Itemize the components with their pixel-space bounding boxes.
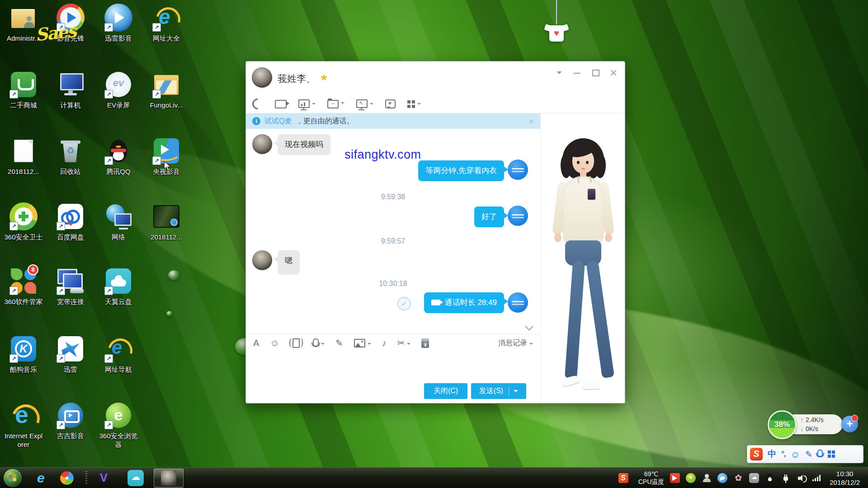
create-group-button[interactable] — [385, 99, 396, 108]
desktop-icon-360-software-manager[interactable]: 8 360软件管家 — [0, 267, 47, 306]
desktop-icon-url-navigation[interactable]: 网址导航 — [95, 335, 142, 374]
desktop-icon-broadband-connection[interactable]: 宽带连接 — [47, 267, 94, 306]
send-file-button[interactable] — [327, 99, 344, 108]
message-input[interactable] — [246, 352, 540, 383]
tray-flower-icon[interactable] — [733, 473, 743, 483]
tray-360-icon[interactable] — [686, 473, 696, 483]
desktop-icon-network[interactable]: 网络 — [95, 202, 142, 241]
ime-emoji-icon[interactable] — [791, 450, 800, 459]
chevron-down-icon[interactable] — [341, 102, 344, 106]
notice-close-icon[interactable] — [529, 117, 534, 126]
desktop-icon-video-file[interactable]: 2018112... — [143, 202, 190, 241]
tray-power-icon[interactable] — [781, 473, 791, 483]
desktop-icon-jiji-player[interactable]: 吉吉影音 — [47, 401, 94, 440]
start-button[interactable] — [4, 469, 22, 487]
chevron-down-icon[interactable] — [370, 103, 373, 107]
desktop-icon-360-browser[interactable]: 360安全浏览器 — [95, 401, 142, 449]
desktop-icon-xunlei-player[interactable]: 迅雷影音 — [95, 4, 142, 42]
desktop-icon-ev-recorder[interactable]: EV录屏 — [95, 70, 142, 109]
taskbar-pinwheel-icon[interactable] — [60, 471, 74, 485]
window-titlebar[interactable]: 莪姓李、 — [246, 61, 625, 94]
emoji-button[interactable]: ☺ — [270, 338, 279, 347]
taskbar-v-app-icon[interactable] — [100, 471, 108, 485]
ime-toolbar[interactable]: S 中 °, — [747, 445, 863, 463]
chevron-down-icon[interactable] — [514, 390, 518, 394]
memory-ball[interactable]: 38% — [768, 410, 797, 439]
desktop-icon-360-safeguard[interactable]: 360安全卫士 — [0, 202, 47, 241]
font-button[interactable]: A — [253, 338, 259, 347]
tray-qq-icon[interactable] — [765, 473, 775, 483]
video-camera-icon — [431, 300, 440, 305]
remote-desktop-button[interactable] — [356, 99, 373, 108]
desktop-icon-kugou-music[interactable]: 酷狗音乐 — [0, 335, 47, 374]
chevron-down-icon[interactable] — [407, 343, 410, 347]
ime-voice-icon[interactable] — [817, 450, 823, 457]
ime-toolbox-icon[interactable] — [828, 450, 835, 458]
minimize-icon[interactable] — [573, 69, 581, 77]
close-button[interactable]: 关闭(C) — [424, 383, 467, 399]
computer-icon — [57, 70, 85, 99]
chevron-down-icon[interactable] — [312, 103, 316, 107]
desktop-icon-recycle-bin[interactable]: 回收站 — [47, 137, 94, 176]
tray-announcement-icon[interactable] — [670, 473, 680, 483]
tray-contact-icon[interactable] — [702, 473, 712, 483]
desktop-icon-internet-explorer[interactable]: Internet Explorer — [0, 401, 47, 449]
voice-message-button[interactable] — [313, 339, 325, 347]
send-button[interactable]: 发送(S) — [471, 383, 526, 399]
red-packet-button[interactable] — [421, 338, 429, 348]
video-call-button[interactable] — [275, 99, 287, 108]
tray-netdisk-icon[interactable] — [717, 473, 727, 483]
chevron-down-icon[interactable] — [321, 343, 325, 347]
maximize-icon[interactable] — [591, 69, 599, 77]
chevron-down-icon[interactable] — [368, 343, 371, 347]
desktop-icon-text-document[interactable]: 2018112... — [0, 137, 47, 176]
ime-handwriting-icon[interactable] — [805, 449, 812, 460]
taskbar-active-chat-task[interactable] — [154, 469, 184, 488]
self-message-avatar[interactable] — [508, 206, 528, 226]
screenshot-button[interactable]: ✂ — [397, 338, 411, 347]
message-list[interactable]: 现在视频吗 sifangktv.com 等两分钟,先穿着内衣 9:59:38 好… — [246, 129, 540, 334]
voice-call-button[interactable] — [252, 98, 263, 109]
peer-message-avatar[interactable] — [252, 134, 272, 154]
chevron-down-icon[interactable] — [417, 103, 421, 107]
shirt-gadget[interactable] — [541, 0, 572, 50]
message-history-button[interactable]: 消息记录 — [498, 338, 533, 348]
tray-sogou-icon[interactable]: S — [618, 473, 628, 483]
desktop-icon-url-collection[interactable]: 网址大全 — [143, 4, 190, 42]
self-message-avatar[interactable] — [508, 292, 528, 313]
tray-network-icon[interactable] — [812, 473, 822, 483]
desktop-icon-tencent-qq[interactable]: 腾讯QQ — [95, 137, 142, 176]
handwriting-button[interactable]: ✎ — [335, 338, 343, 347]
screen-demo-button[interactable] — [298, 99, 316, 108]
send-image-button[interactable] — [354, 339, 371, 347]
sogou-logo-icon[interactable]: S — [750, 448, 763, 460]
close-icon[interactable] — [609, 69, 618, 77]
window-shake-button[interactable] — [290, 338, 302, 348]
desktop-icon-tianyi-cloud[interactable]: 天翼云盘 — [95, 267, 142, 306]
water-droplet — [166, 311, 173, 316]
qq-show-character[interactable] — [549, 138, 617, 398]
call-record-bubble[interactable]: 通话时长 28:49 — [424, 292, 504, 313]
tray-cloud-icon[interactable] — [749, 473, 759, 483]
desktop-icon-fungolive[interactable]: FungoLiv... — [143, 70, 190, 109]
peer-avatar[interactable] — [252, 67, 272, 88]
peer-message-avatar[interactable] — [252, 250, 272, 270]
ime-punctuation-toggle[interactable]: °, — [781, 450, 786, 459]
taskbar-cloud-app-icon[interactable] — [127, 470, 144, 486]
scroll-down-icon[interactable] — [525, 322, 533, 330]
taskbar-clock[interactable]: 10:30 2018/12/2 — [830, 469, 860, 487]
taskbar-ie-icon[interactable] — [37, 470, 45, 486]
self-message-avatar[interactable] — [508, 160, 528, 180]
accelerate-plus-button[interactable]: + — [841, 416, 858, 432]
window-menu-icon[interactable] — [555, 69, 563, 77]
ime-mode-toggle[interactable]: 中 — [768, 448, 776, 460]
desktop-icon-secondhand-mall[interactable]: 二手商城 — [0, 70, 47, 109]
qmic-link[interactable]: 试试Q麦 — [264, 117, 292, 126]
net-speed-widget[interactable]: 38% 2.4K/s 0K/s + — [768, 410, 858, 438]
desktop-icon-computer[interactable]: 计算机 — [47, 70, 94, 109]
tray-volume-icon[interactable] — [797, 473, 807, 483]
desktop-icon-xunlei[interactable]: 迅雷 — [47, 335, 94, 374]
desktop-icon-baidu-netdisk[interactable]: 百度网盘 — [47, 202, 94, 241]
apps-button[interactable] — [407, 99, 421, 108]
music-share-button[interactable]: ♪ — [382, 338, 387, 347]
